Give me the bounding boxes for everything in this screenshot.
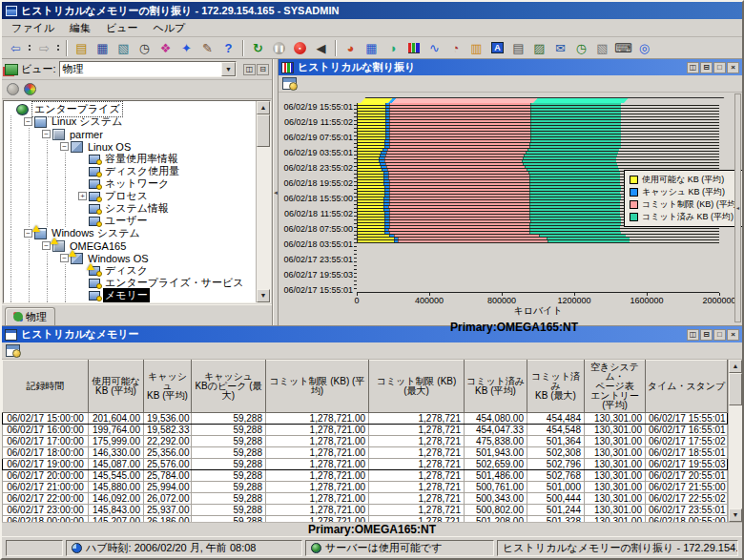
text-view-button[interactable]: A [487, 39, 507, 57]
worksheet-button[interactable]: ▧ [592, 39, 612, 57]
image-button[interactable]: ▧ [114, 39, 134, 57]
column-header[interactable]: コミット制限 (KB) (平均) [266, 361, 369, 413]
table-cell: 1,278,721.00 [266, 493, 369, 505]
tree-item-ネットワーク[interactable]: ネットワーク [6, 301, 256, 302]
collapse-icon[interactable]: − [42, 241, 51, 250]
agent-config-icon[interactable] [24, 83, 36, 95]
panel-split-horizontal-button[interactable]: ⊟ [700, 62, 713, 73]
table-row[interactable]: 06/02/17 20:00:00145,545.0025,784.0059,2… [3, 470, 728, 482]
column-header[interactable]: コミット制限 (KB) (最大) [369, 361, 465, 413]
table-row[interactable]: 06/02/17 15:00:00201,604.0019,536.0059,2… [3, 413, 728, 425]
table-row[interactable]: 06/02/17 22:00:00146,092.0026,072.0059,2… [3, 493, 728, 505]
help-button[interactable]: ? [218, 39, 238, 57]
tab-physical[interactable]: 物理 [5, 307, 55, 325]
forward-dropdown[interactable] [55, 39, 62, 57]
panel-split-vertical-button[interactable]: ◫ [243, 64, 256, 75]
forward-button[interactable]: ⇨ [34, 39, 54, 57]
navigator-toolbar [2, 80, 272, 99]
notepad-button[interactable]: ▥ [466, 39, 486, 57]
tree-item-label: Linux システム [50, 114, 124, 129]
tree-item-parmer[interactable]: −parmer [6, 128, 256, 140]
column-header[interactable]: キャッシュ KBのピーク (最大) [192, 361, 266, 413]
new-window-button[interactable]: ▤ [72, 39, 92, 57]
terminal-button[interactable]: ⌨ [613, 39, 633, 57]
table-row[interactable]: 06/02/17 23:00:00145,843.0025,937.0059,2… [3, 505, 728, 516]
tree-scrollbar[interactable]: ▲ ▼ [256, 101, 270, 302]
table-row[interactable]: 06/02/17 21:00:00145,880.0025,994.0059,2… [3, 482, 728, 493]
collapse-icon[interactable]: − [24, 229, 32, 238]
table-row[interactable]: 06/02/17 18:00:00146,330.0025,356.0059,2… [3, 447, 728, 459]
column-header[interactable]: コミット済み KB (平均) [465, 361, 527, 413]
chart-plot: 使用可能な KB (平均)キャッシュ KB (平均)コミット制限 (KB) (平… [357, 97, 719, 292]
table-cell: 06/02/17 22:00:00 [3, 493, 89, 505]
chart-right-splitter[interactable]: ◄ [734, 93, 741, 322]
document-button[interactable]: ▤ [508, 39, 528, 57]
browser-button[interactable]: ◎ [634, 39, 654, 57]
time-span-icon[interactable] [6, 344, 20, 357]
table-row[interactable]: 06/02/17 17:00:00175,999.0022,292.0059,2… [3, 436, 728, 447]
column-header[interactable]: 使用可能な KB (平均) [89, 361, 144, 413]
table-cell: 454,080.00 [465, 413, 527, 425]
history-button[interactable]: ◷ [134, 39, 155, 57]
menu-2[interactable]: ビュー [98, 19, 146, 37]
collapse-icon[interactable]: − [24, 117, 32, 126]
column-header[interactable]: 記録時間 [3, 361, 89, 413]
menu-1[interactable]: 編集 [62, 19, 98, 37]
stop-button[interactable]: ▪ [290, 39, 310, 57]
back-button[interactable]: ⇦ [6, 39, 26, 57]
table-cell: 1,278,721.00 [266, 482, 369, 493]
y-tick-label: 06/02/19 07:55:01 [283, 134, 353, 141]
stop-navigation-icon[interactable] [7, 83, 19, 95]
workspace-gallery-button[interactable]: ❖ [155, 39, 176, 57]
graphic-view-button[interactable]: ▨ [529, 39, 549, 57]
table-row[interactable]: 06/02/17 19:00:00145,087.0025,576.0059,2… [3, 459, 728, 470]
refresh-button[interactable]: ↻ [248, 39, 268, 57]
panel-split-horizontal-button[interactable]: ⊟ [257, 64, 269, 75]
scroll-thumb[interactable] [257, 114, 270, 147]
scroll-thumb[interactable] [729, 373, 742, 405]
message-button[interactable]: ✉ [550, 39, 570, 57]
column-header[interactable]: 空きシステム・ ページ表 エントリー (平均) [585, 361, 646, 413]
menu-0[interactable]: ファイル [4, 19, 62, 37]
panel-split-vertical-button[interactable]: ◫ [687, 62, 699, 73]
chevron-down-icon[interactable]: ▼ [221, 62, 236, 76]
tree-item-Windows システム[interactable]: −Windows システム [6, 227, 256, 239]
time-span-icon[interactable] [282, 77, 297, 90]
tree-item-エンタープライズ[interactable]: エンタープライズ [6, 103, 256, 115]
column-header[interactable]: キャッシュ KB (平均) [144, 361, 192, 413]
save-button[interactable]: ▦ [93, 39, 113, 57]
collapse-icon[interactable]: − [42, 130, 51, 138]
scroll-up-icon[interactable]: ▲ [257, 101, 270, 114]
edit-user-button[interactable]: ✎ [197, 39, 217, 57]
pie-3d-chart-button[interactable]: ◕ [341, 39, 361, 57]
collapse-icon[interactable]: − [60, 254, 69, 262]
navigate-button[interactable]: ✦ [176, 39, 196, 57]
chart-panel-title: ヒストリカルな割り振り [298, 60, 415, 74]
sound-button[interactable]: ◀ [311, 39, 331, 57]
tree-item-Linux システム[interactable]: −Linux システム [6, 115, 256, 128]
scroll-up-icon[interactable]: ▲ [729, 360, 742, 373]
pie-chart-button[interactable]: ◑ [382, 39, 403, 57]
panel-maximize-button[interactable]: □ [713, 62, 726, 73]
back-dropdown[interactable] [27, 39, 33, 57]
scroll-down-icon[interactable]: ▼ [729, 508, 742, 522]
gauge-button[interactable]: ◔ [445, 39, 465, 57]
table-scrollbar[interactable]: ▲ ▼ [728, 360, 742, 522]
menu-3[interactable]: ヘルプ [146, 19, 194, 37]
collapse-icon[interactable]: − [60, 142, 69, 151]
universal-time-button[interactable]: ◷ [571, 39, 591, 57]
scroll-down-icon[interactable]: ▼ [257, 289, 270, 302]
column-header[interactable]: タイム・スタンプ [646, 361, 728, 413]
expand-icon[interactable]: + [78, 192, 87, 200]
column-header[interactable]: コミット済み KB (最大) [527, 361, 585, 413]
panel-close-button[interactable]: × [727, 62, 739, 73]
memory-history-table[interactable]: 記録時間使用可能な KB (平均)キャッシュ KB (平均)キャッシュ KBのピ… [2, 360, 728, 522]
view-select[interactable]: 物理 ▼ [59, 61, 237, 77]
pause-button[interactable]: ❚❚ [269, 39, 289, 57]
table-row[interactable]: 06/02/17 16:00:00199,764.0019,582.3359,2… [3, 425, 728, 436]
bar-chart-button[interactable] [403, 39, 424, 57]
plot-chart-button[interactable]: ∿ [424, 39, 444, 57]
tree-item-OMEGA165[interactable]: −OMEGA165 [6, 239, 256, 252]
table-view-button[interactable]: ▦ [362, 39, 382, 57]
chart-bar[interactable] [358, 240, 719, 243]
